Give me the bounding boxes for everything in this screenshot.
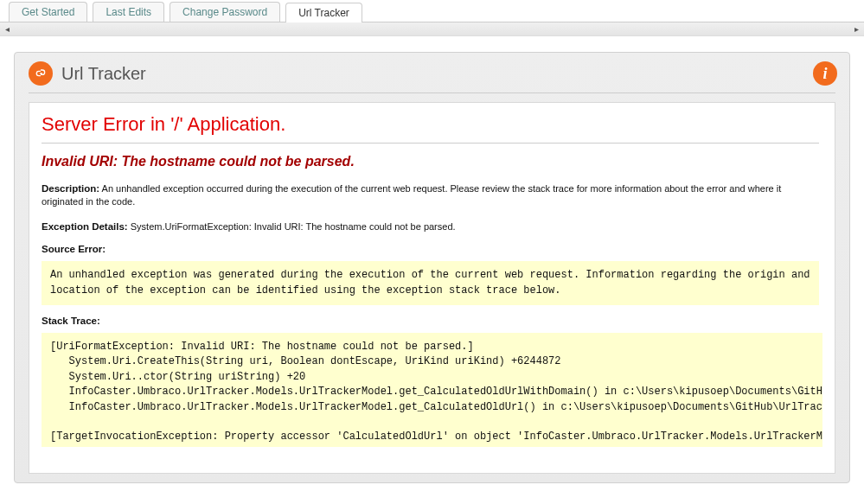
exception-label: Exception Details:	[42, 221, 128, 232]
url-tracker-panel: Url Tracker i Server Error in '/' Applic…	[14, 52, 850, 483]
tab-url-tracker[interactable]: Url Tracker	[285, 3, 362, 22]
panel-title: Url Tracker	[61, 64, 146, 84]
error-subtitle: Invalid URI: The hostname could not be p…	[42, 154, 819, 169]
tab-scroll-strip: ◂ ▸	[0, 22, 864, 36]
info-icon[interactable]: i	[813, 61, 837, 86]
source-error-box: An unhandled exception was generated dur…	[42, 261, 819, 305]
scroll-left-arrow-icon[interactable]: ◂	[2, 23, 13, 35]
link-icon	[29, 61, 53, 86]
panel-header: Url Tracker i	[29, 61, 835, 93]
stack-trace-box[interactable]: [UriFormatException: Invalid URI: The ho…	[42, 333, 822, 447]
exception-line: Exception Details: System.UriFormatExcep…	[42, 220, 819, 233]
tab-change-password[interactable]: Change Password	[170, 2, 280, 22]
content-scroll-area[interactable]: Server Error in '/' Application. Invalid…	[42, 113, 822, 447]
description-line: Description: An unhandled exception occu…	[42, 182, 819, 209]
stack-trace-label: Stack Trace:	[42, 316, 819, 326]
panel-wrap: Url Tracker i Server Error in '/' Applic…	[0, 36, 864, 492]
exception-text: System.UriFormatException: Invalid URI: …	[131, 221, 456, 232]
description-text: An unhandled exception occurred during t…	[42, 183, 781, 207]
tab-get-started[interactable]: Get Started	[9, 2, 87, 22]
scroll-right-arrow-icon[interactable]: ▸	[851, 23, 862, 35]
content-frame: Server Error in '/' Application. Invalid…	[29, 102, 835, 474]
source-error-label: Source Error:	[42, 244, 819, 254]
description-label: Description:	[42, 183, 99, 194]
tab-last-edits[interactable]: Last Edits	[93, 2, 164, 22]
server-error-title: Server Error in '/' Application.	[42, 113, 819, 144]
tab-bar: Get Started Last Edits Change Password U…	[0, 0, 864, 22]
